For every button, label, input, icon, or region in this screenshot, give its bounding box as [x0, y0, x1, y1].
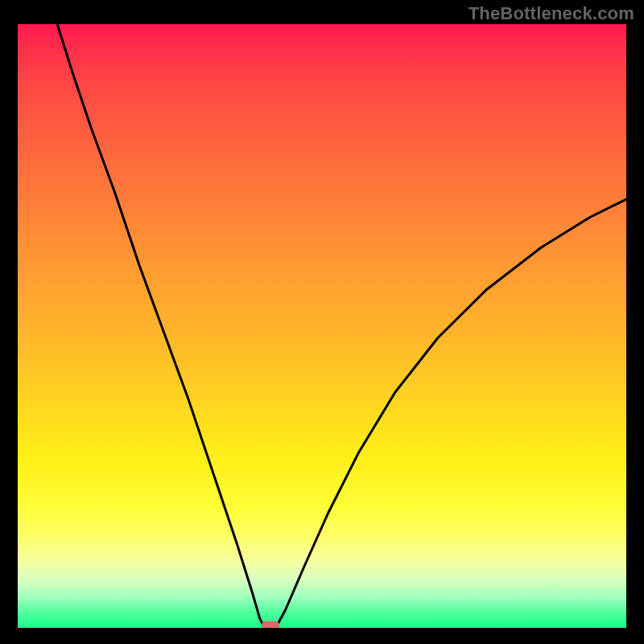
plot-area	[18, 24, 626, 628]
bottleneck-curve	[18, 24, 626, 628]
chart-frame: TheBottleneck.com	[0, 0, 644, 644]
watermark-text: TheBottleneck.com	[469, 3, 634, 24]
minimum-marker	[262, 621, 279, 629]
